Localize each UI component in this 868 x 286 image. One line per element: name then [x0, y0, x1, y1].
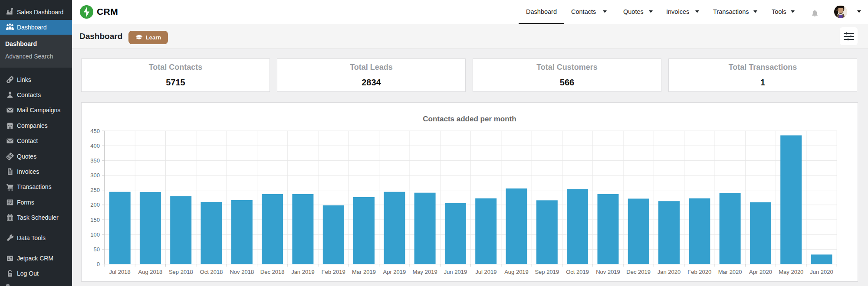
- svg-text:Jan 2019: Jan 2019: [291, 269, 315, 275]
- svg-text:50: 50: [94, 246, 100, 253]
- svg-text:0: 0: [97, 261, 100, 267]
- svg-text:Jan 2020: Jan 2020: [658, 269, 681, 275]
- svg-text:450: 450: [90, 128, 100, 134]
- svg-text:300: 300: [90, 172, 100, 179]
- svg-text:250: 250: [90, 187, 100, 193]
- svg-text:350: 350: [90, 157, 100, 164]
- svg-text:Oct 2018: Oct 2018: [200, 269, 223, 275]
- svg-text:Mar 2019: Mar 2019: [352, 269, 376, 275]
- svg-text:Aug 2018: Aug 2018: [138, 269, 163, 275]
- svg-text:Sep 2019: Sep 2019: [535, 269, 559, 275]
- svg-text:Apr 2020: Apr 2020: [749, 269, 772, 275]
- svg-text:Mar 2020: Mar 2020: [718, 269, 742, 275]
- svg-text:Sep 2018: Sep 2018: [169, 269, 193, 275]
- svg-text:Aug 2019: Aug 2019: [504, 269, 529, 275]
- svg-text:Jun 2019: Jun 2019: [444, 269, 467, 275]
- svg-text:Jun 2020: Jun 2020: [810, 269, 833, 275]
- svg-text:Oct 2019: Oct 2019: [566, 269, 589, 275]
- svg-text:150: 150: [90, 217, 100, 223]
- svg-text:Feb 2020: Feb 2020: [687, 269, 711, 275]
- svg-text:Jul 2019: Jul 2019: [475, 269, 496, 275]
- svg-text:Nov 2019: Nov 2019: [596, 269, 620, 275]
- svg-text:May 2020: May 2020: [779, 269, 803, 275]
- svg-text:Nov 2018: Nov 2018: [230, 269, 254, 275]
- svg-text:Jul 2018: Jul 2018: [109, 269, 131, 275]
- svg-text:200: 200: [90, 202, 100, 208]
- svg-text:400: 400: [90, 143, 100, 149]
- svg-text:Feb 2019: Feb 2019: [322, 269, 345, 275]
- svg-text:Dec 2018: Dec 2018: [260, 269, 285, 275]
- svg-text:Apr 2019: Apr 2019: [383, 269, 406, 275]
- svg-text:Dec 2019: Dec 2019: [626, 269, 651, 275]
- svg-text:100: 100: [90, 231, 100, 238]
- svg-text:May 2019: May 2019: [413, 269, 437, 275]
